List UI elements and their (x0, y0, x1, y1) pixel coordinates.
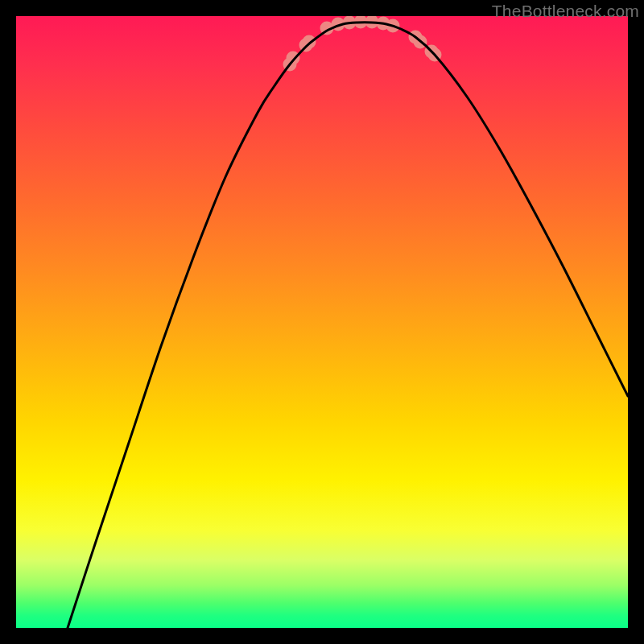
marker-dot (287, 52, 300, 65)
watermark-text: TheBottleneck.com (492, 2, 639, 21)
curve-layer (16, 16, 628, 628)
markers-group (283, 16, 442, 72)
bottleneck-curve (68, 23, 628, 628)
chart-frame (16, 16, 628, 628)
